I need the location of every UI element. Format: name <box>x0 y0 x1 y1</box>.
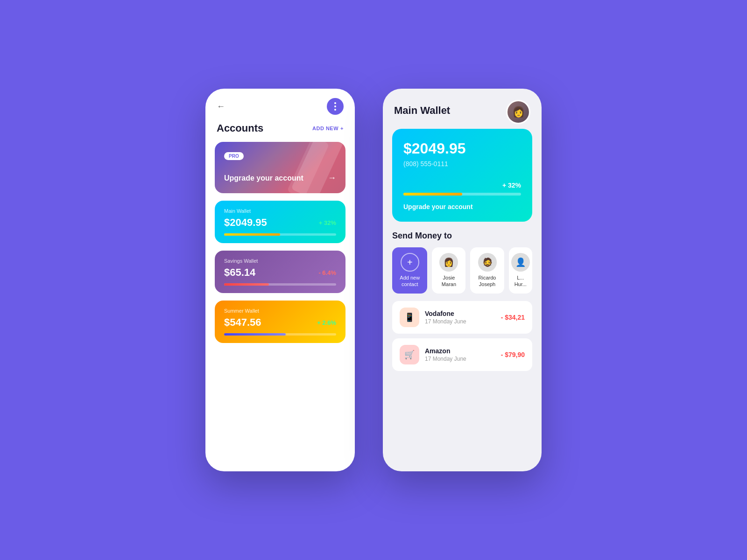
left-phone: ← Accounts ADD NEW + PRO Upgrade your ac… <box>205 89 355 471</box>
transaction-amazon[interactable]: 🛒 Amazon 17 Monday June - $79,90 <box>392 338 532 371</box>
contact-ricardo[interactable]: 🧔 Ricardo Joseph <box>470 247 504 294</box>
amazon-date: 17 Monday June <box>425 356 466 362</box>
savings-wallet-progress-fill <box>224 283 269 286</box>
big-wallet-percent: + 32% <box>502 182 521 189</box>
amazon-merchant: Amazon <box>425 347 466 355</box>
right-phone-header: Main Wallet 👩 <box>383 89 542 129</box>
vodafone-details: Vodafone 17 Monday June <box>425 310 466 325</box>
dots-icon <box>334 102 336 111</box>
savings-wallet-amount: $65.14 <box>224 266 255 279</box>
main-wallet-amount: $2049.95 <box>224 217 267 229</box>
big-progress-track <box>403 193 521 196</box>
amazon-icon: 🛒 <box>400 345 419 364</box>
ricardo-name: Ricardo Joseph <box>475 274 499 288</box>
savings-wallet-label: Savings Wallet <box>224 258 336 264</box>
summer-wallet-percent: + 2.6% <box>317 319 336 326</box>
left-phone-header: ← <box>205 89 355 119</box>
big-upgrade-text: Upgrade your account <box>403 203 521 210</box>
dot-1 <box>334 102 336 104</box>
summer-wallet-progress-fill <box>224 333 286 336</box>
partial-name: L... Hur... <box>514 274 528 288</box>
dot-3 <box>334 109 336 111</box>
back-button[interactable]: ← <box>217 102 225 112</box>
summer-wallet-amount: $547.56 <box>224 316 261 329</box>
partial-avatar: 👤 <box>511 253 530 272</box>
right-phone: Main Wallet 👩 $2049.95 (808) 555-0111 + … <box>383 89 542 471</box>
main-wallet-card-small[interactable]: Main Wallet $2049.95 + 32% <box>215 201 345 243</box>
main-wallet-amount-row: $2049.95 + 32% <box>224 217 336 229</box>
add-new-label: ADD NEW <box>312 126 338 131</box>
arrow-right-icon: → <box>328 173 336 183</box>
send-money-section: Send Money to + Add new contact 👩 Josie … <box>383 222 542 294</box>
add-contact-label: Add new contact <box>397 274 423 288</box>
big-wallet-phone: (808) 555-0111 <box>403 160 521 168</box>
avatar-emoji: 👩 <box>512 106 525 118</box>
vodafone-merchant: Vodafone <box>425 310 466 317</box>
big-wallet-amount: $2049.95 <box>403 140 521 157</box>
summer-wallet-label: Summer Wallet <box>224 308 336 314</box>
savings-wallet-card[interactable]: Savings Wallet $65.14 - 6.4% <box>215 251 345 293</box>
josie-avatar: 👩 <box>439 253 458 272</box>
ricardo-avatar: 🧔 <box>478 253 497 272</box>
big-percent-row: + 32% <box>403 182 521 189</box>
accounts-title-row: Accounts ADD NEW + <box>205 119 355 142</box>
vodafone-icon: 📱 <box>400 308 419 327</box>
big-wallet-card[interactable]: $2049.95 (808) 555-0111 + 32% Upgrade yo… <box>392 129 532 222</box>
contact-josie[interactable]: 👩 Josie Maran <box>432 247 465 294</box>
add-contact-card[interactable]: + Add new contact <box>392 247 427 294</box>
pro-upgrade-card[interactable]: PRO Upgrade your account → <box>215 142 345 193</box>
menu-button[interactable] <box>327 98 344 115</box>
main-wallet-title: Main Wallet <box>394 105 450 117</box>
main-wallet-progress-fill <box>224 233 280 236</box>
contact-partial[interactable]: 👤 L... Hur... <box>509 247 532 294</box>
savings-wallet-progress-track <box>224 283 336 286</box>
summer-wallet-card[interactable]: Summer Wallet $547.56 + 2.6% <box>215 301 345 343</box>
amazon-amount: - $79,90 <box>501 351 525 358</box>
pro-badge: PRO <box>224 152 244 160</box>
savings-wallet-percent: - 6.4% <box>318 269 336 276</box>
avatar[interactable]: 👩 <box>506 100 530 124</box>
transaction-amazon-left: 🛒 Amazon 17 Monday June <box>400 345 466 364</box>
contacts-row: + Add new contact 👩 Josie Maran 🧔 Ricard… <box>392 247 532 294</box>
dot-2 <box>334 105 336 107</box>
summer-wallet-progress-track <box>224 333 336 336</box>
accounts-title: Accounts <box>217 122 263 134</box>
big-progress-fill <box>403 193 462 196</box>
amazon-details: Amazon 17 Monday June <box>425 347 466 362</box>
josie-name: Josie Maran <box>437 274 461 288</box>
transaction-vodafone-left: 📱 Vodafone 17 Monday June <box>400 308 466 327</box>
main-wallet-percent: + 32% <box>319 219 336 226</box>
add-new-button[interactable]: ADD NEW + <box>312 126 344 131</box>
add-contact-icon: + <box>401 253 419 272</box>
main-wallet-progress-track <box>224 233 336 236</box>
cards-container: PRO Upgrade your account → Main Wallet $… <box>205 142 355 343</box>
summer-wallet-amount-row: $547.56 + 2.6% <box>224 316 336 329</box>
send-money-title: Send Money to <box>392 231 532 241</box>
vodafone-date: 17 Monday June <box>425 318 466 325</box>
pro-card-bottom: Upgrade your account → <box>224 173 336 183</box>
main-wallet-label: Main Wallet <box>224 208 336 214</box>
savings-wallet-amount-row: $65.14 - 6.4% <box>224 266 336 279</box>
vodafone-amount: - $34,21 <box>501 314 525 321</box>
add-new-plus-icon: + <box>340 126 344 131</box>
transaction-vodafone[interactable]: 📱 Vodafone 17 Monday June - $34,21 <box>392 301 532 334</box>
upgrade-text: Upgrade your account <box>224 174 303 182</box>
transactions-section: 📱 Vodafone 17 Monday June - $34,21 🛒 Ama… <box>383 294 542 371</box>
